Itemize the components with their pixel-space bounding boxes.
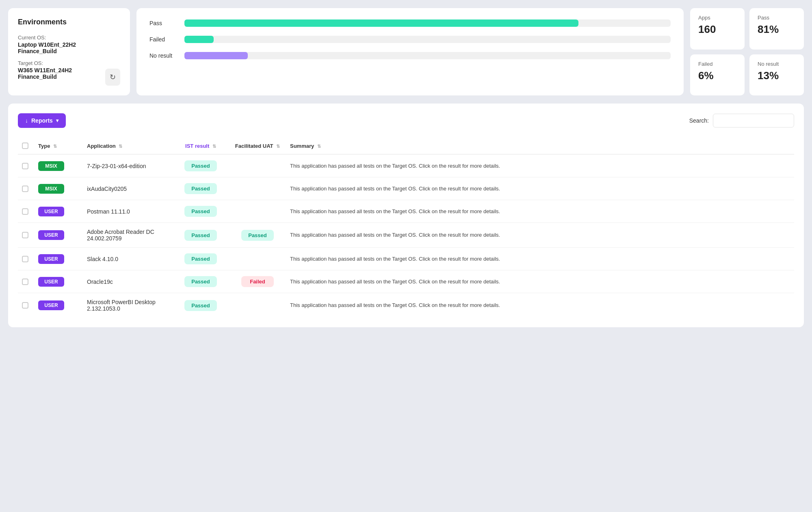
row-summary: This application has passed all tests on…	[286, 293, 794, 318]
row-application[interactable]: Slack 4.10.0	[83, 248, 172, 270]
row-application[interactable]: 7-Zip-23-01-x64-edition	[83, 154, 172, 177]
search-area: Search:	[689, 114, 794, 127]
current-os-label: Current OS:	[18, 35, 105, 41]
type-badge: MSIX	[38, 161, 64, 171]
row-application[interactable]: Oracle19c	[83, 270, 172, 293]
target-os-value: W365 W11Ent_24H2 Finance_Build	[18, 67, 105, 80]
ist-result-badge[interactable]: Passed	[184, 230, 217, 241]
type-badge: MSIX	[38, 184, 64, 194]
row-summary: This application has passed all tests on…	[286, 248, 794, 270]
uat-result-badge[interactable]: Failed	[241, 276, 274, 287]
sort-icon-summary: ⇅	[317, 144, 321, 149]
bar-track-pass	[184, 19, 671, 27]
row-ist-result[interactable]: Passed	[172, 223, 229, 248]
row-facilitated-uat[interactable]	[229, 293, 286, 318]
stat-card-apps: Apps 160	[690, 8, 745, 50]
ist-result-badge[interactable]: Passed	[184, 253, 217, 264]
search-input[interactable]	[713, 114, 794, 127]
row-type: USER	[34, 270, 83, 293]
row-facilitated-uat[interactable]: Failed	[229, 270, 286, 293]
ist-result-badge[interactable]: Passed	[184, 183, 217, 194]
row-application[interactable]: Postman 11.11.0	[83, 200, 172, 223]
row-checkbox[interactable]	[22, 232, 28, 238]
stat-failed-value: 6%	[698, 69, 736, 82]
ist-result-badge[interactable]: Passed	[184, 300, 217, 311]
type-badge: USER	[38, 207, 64, 216]
table-row[interactable]: USERAdobe Acrobat Reader DC 24.002.20759…	[18, 223, 794, 248]
stat-noresult-label: No result	[758, 61, 796, 67]
ist-result-badge[interactable]: Passed	[184, 206, 217, 217]
row-checkbox[interactable]	[22, 186, 28, 192]
stat-noresult-value: 13%	[758, 69, 796, 82]
row-summary: This application has passed all tests on…	[286, 200, 794, 223]
row-application[interactable]: ixAudaCity0205	[83, 177, 172, 200]
type-badge: USER	[38, 230, 64, 240]
reports-button[interactable]: ↓ Reports ▾	[18, 113, 66, 128]
row-facilitated-uat[interactable]	[229, 177, 286, 200]
row-checkbox[interactable]	[22, 208, 28, 215]
row-ist-result[interactable]: Passed	[172, 200, 229, 223]
row-facilitated-uat[interactable]: Passed	[229, 223, 286, 248]
chevron-down-icon: ▾	[56, 118, 58, 123]
select-all-checkbox[interactable]	[22, 143, 28, 149]
row-ist-result[interactable]: Passed	[172, 293, 229, 318]
stat-card-failed: Failed 6%	[690, 54, 745, 96]
chart-label-pass: Pass	[149, 20, 178, 26]
ist-result-badge[interactable]: Passed	[184, 160, 217, 171]
row-checkbox-cell	[18, 154, 34, 177]
ist-result-badge[interactable]: Passed	[184, 276, 217, 287]
sort-icon-ist: ⇅	[212, 144, 216, 149]
sort-icon-uat: ⇅	[276, 144, 280, 149]
type-badge: USER	[38, 300, 64, 310]
results-table: Type ⇅ Application ⇅ IST result ⇅ Facili…	[18, 138, 794, 318]
type-badge: USER	[38, 254, 64, 264]
table-header-row: Type ⇅ Application ⇅ IST result ⇅ Facili…	[18, 138, 794, 154]
stat-pass-value: 81%	[758, 23, 796, 36]
stat-card-pass: Pass 81%	[749, 8, 804, 50]
bar-fill-failed	[184, 36, 214, 43]
table-row[interactable]: MSIXixAudaCity0205PassedThis application…	[18, 177, 794, 200]
header-application[interactable]: Application ⇅	[83, 138, 172, 154]
table-row[interactable]: USEROracle19cPassedFailedThis applicatio…	[18, 270, 794, 293]
row-type: USER	[34, 248, 83, 270]
table-row[interactable]: USERMicrosoft PowerBI Desktop 2.132.1053…	[18, 293, 794, 318]
table-row[interactable]: USERSlack 4.10.0PassedThis application h…	[18, 248, 794, 270]
row-checkbox[interactable]	[22, 302, 28, 309]
row-facilitated-uat[interactable]	[229, 200, 286, 223]
row-application[interactable]: Microsoft PowerBI Desktop 2.132.1053.0	[83, 293, 172, 318]
stat-card-noresult: No result 13%	[749, 54, 804, 96]
chart-label-noresult: No result	[149, 52, 178, 59]
row-facilitated-uat[interactable]	[229, 248, 286, 270]
row-checkbox-cell	[18, 248, 34, 270]
table-row[interactable]: USERPostman 11.11.0PassedThis applicatio…	[18, 200, 794, 223]
chart-row-noresult: No result	[149, 52, 671, 59]
target-os-label: Target OS:	[18, 60, 105, 66]
row-checkbox[interactable]	[22, 279, 28, 285]
environments-card: Environments Current OS: Laptop W10Ent_2…	[8, 8, 130, 95]
row-checkbox-cell	[18, 270, 34, 293]
uat-result-badge[interactable]: Passed	[241, 230, 274, 241]
row-checkbox[interactable]	[22, 163, 28, 169]
header-ist-result[interactable]: IST result ⇅	[172, 138, 229, 154]
stat-apps-label: Apps	[698, 15, 736, 21]
bar-track-noresult	[184, 52, 671, 59]
row-checkbox-cell	[18, 177, 34, 200]
chart-card: Pass Failed No result	[136, 8, 684, 95]
table-row[interactable]: MSIX7-Zip-23-01-x64-editionPassedThis ap…	[18, 154, 794, 177]
main-section: ↓ Reports ▾ Search: Type ⇅ Application ⇅	[8, 104, 804, 327]
header-facilitated-uat[interactable]: Facilitated UAT ⇅	[229, 138, 286, 154]
header-summary[interactable]: Summary ⇅	[286, 138, 794, 154]
row-ist-result[interactable]: Passed	[172, 154, 229, 177]
sort-icon-type: ⇅	[53, 144, 57, 149]
row-ist-result[interactable]: Passed	[172, 248, 229, 270]
row-type: MSIX	[34, 177, 83, 200]
row-ist-result[interactable]: Passed	[172, 177, 229, 200]
stat-apps-value: 160	[698, 23, 736, 36]
row-checkbox-cell	[18, 223, 34, 248]
row-ist-result[interactable]: Passed	[172, 270, 229, 293]
row-checkbox[interactable]	[22, 256, 28, 262]
row-application[interactable]: Adobe Acrobat Reader DC 24.002.20759	[83, 223, 172, 248]
header-type[interactable]: Type ⇅	[34, 138, 83, 154]
row-facilitated-uat[interactable]	[229, 154, 286, 177]
refresh-button[interactable]: ↻	[105, 69, 120, 86]
